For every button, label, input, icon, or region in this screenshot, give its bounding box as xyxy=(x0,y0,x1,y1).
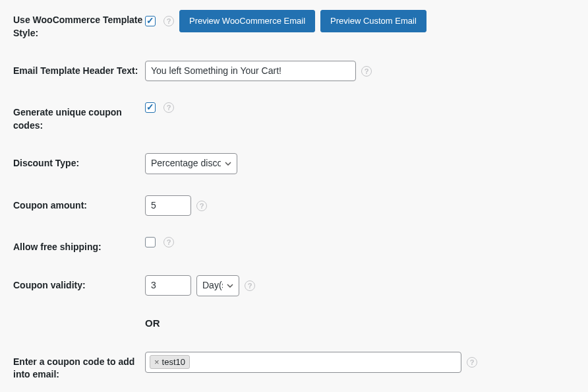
settings-form: Use WooCommerce Template Style: Preview … xyxy=(13,10,575,392)
input-header-text[interactable] xyxy=(145,61,356,81)
input-coupon-amount[interactable] xyxy=(145,195,191,216)
label-unique-coupon: Generate unique coupon codes: xyxy=(13,102,145,132)
row-coupon-code: Enter a coupon code to add into email: ×… xyxy=(13,352,575,381)
tag-input-coupon-code[interactable]: × test10 xyxy=(145,352,461,373)
select-validity-unit[interactable]: Day(s) xyxy=(196,275,239,296)
preview-wc-email-button[interactable]: Preview WooCommerce Email xyxy=(179,10,315,32)
label-discount-type: Discount Type: xyxy=(13,153,145,170)
row-discount-type: Discount Type: Percentage discount xyxy=(13,153,575,174)
preview-custom-email-button[interactable]: Preview Custom Email xyxy=(320,10,426,32)
help-icon[interactable] xyxy=(245,280,255,291)
select-discount-type[interactable]: Percentage discount xyxy=(145,153,237,174)
label-coupon-code: Enter a coupon code to add into email: xyxy=(13,352,145,381)
checkbox-free-shipping[interactable] xyxy=(145,237,156,247)
help-icon[interactable] xyxy=(361,66,372,77)
help-icon[interactable] xyxy=(163,16,174,26)
row-use-wc-template: Use WooCommerce Template Style: Preview … xyxy=(13,10,575,40)
tag-remove-icon[interactable]: × xyxy=(154,357,160,367)
help-icon[interactable] xyxy=(196,201,207,211)
label-coupon-validity: Coupon validity: xyxy=(13,275,145,292)
tag-chip: × test10 xyxy=(150,355,190,369)
tag-text: test10 xyxy=(162,357,185,367)
row-unique-coupon: Generate unique coupon codes: xyxy=(13,102,575,132)
row-header-text: Email Template Header Text: xyxy=(13,61,575,81)
help-icon[interactable] xyxy=(467,357,477,368)
label-free-shipping: Allow free shipping: xyxy=(13,237,145,254)
help-icon[interactable] xyxy=(163,237,174,247)
row-free-shipping: Allow free shipping: xyxy=(13,237,575,254)
checkbox-unique-coupon[interactable] xyxy=(145,102,156,113)
help-icon[interactable] xyxy=(163,102,174,113)
label-header-text: Email Template Header Text: xyxy=(13,61,145,78)
input-coupon-validity[interactable] xyxy=(145,275,191,296)
label-use-wc-template: Use WooCommerce Template Style: xyxy=(13,10,145,40)
row-coupon-validity: Coupon validity: Day(s) xyxy=(13,275,575,296)
or-divider: OR xyxy=(145,317,575,329)
label-coupon-amount: Coupon amount: xyxy=(13,195,145,212)
row-coupon-amount: Coupon amount: xyxy=(13,195,575,216)
checkbox-use-wc-template[interactable] xyxy=(145,16,156,26)
